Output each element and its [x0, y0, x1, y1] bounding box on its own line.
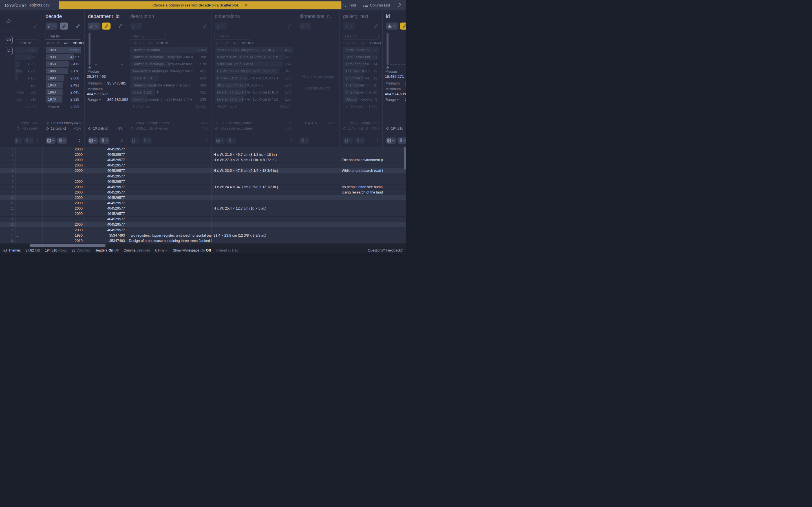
table-row[interactable]: 42000404529577 [0, 163, 406, 168]
column-format-button[interactable] [142, 137, 152, 144]
sort-by-count[interactable]: COUNT [157, 41, 169, 45]
more-values-row[interactable]: 1,739 more1,985 [343, 103, 379, 110]
find-button[interactable]: Find [342, 3, 356, 7]
expand-column-button[interactable] [287, 24, 292, 29]
value-row[interactable]: Scale: 1" = 1'413 [130, 75, 208, 81]
sort-by-count[interactable]: COUNT [370, 41, 382, 45]
value-row[interactable]: Sam Farber fou...21 [343, 54, 379, 60]
column-format-button[interactable] [100, 137, 109, 144]
themes-button[interactable]: Themes [3, 248, 20, 252]
table-row[interactable]: 162000404529577 [0, 228, 406, 233]
scatterplot-link-button[interactable] [60, 22, 68, 30]
scatterplot-link-button[interactable] [102, 22, 110, 30]
value-row[interactable]: 19003,176 [46, 68, 81, 74]
sort-by-count[interactable]: COUNT [20, 41, 32, 45]
value-row[interactable]: Horizontal rectangle. Thirty-seven tiles… [130, 61, 208, 67]
vertical-scrollbar-thumb[interactable] [404, 147, 406, 170]
value-row[interactable]: 30.5 x 23 cm (12 x 9 1/16 in.)170 [215, 82, 292, 89]
table-row[interactable]: 82000404529577H x W: 24.4 × 34.3 cm (9 5… [0, 184, 406, 190]
more-values-row[interactable]: 1,842 more12,621 [130, 103, 208, 110]
value-row[interactable]: The handles in t...10 [343, 82, 379, 89]
value-row[interactable]: This charming la...10 [343, 89, 379, 96]
value-row[interactable]: 19205,092 [46, 47, 81, 53]
table-row[interactable]: 18201035347493Design of a bookcase conta… [0, 238, 406, 244]
table-row[interactable]: 14404529577 [0, 217, 406, 222]
download-button[interactable] [5, 47, 13, 55]
more-values-row[interactable]: 48,264 more62,564 [215, 103, 292, 110]
value-row[interactable]: Drawing in Album1,109 [130, 47, 208, 53]
column-sort-menu-button[interactable] [215, 22, 227, 30]
value-row[interactable]: H x W x D: 27 x 37.5 x 6 cm (10 5/8 x 14… [215, 75, 292, 81]
sort-by-az[interactable]: A-Z [149, 41, 154, 45]
column-format-button[interactable] [226, 137, 236, 144]
table-row[interactable]: 72000404529577 [0, 179, 406, 184]
table-row[interactable]: 32000404529577H x W: 27.9 × 21.6 cm (11 … [0, 158, 406, 163]
grid-sort-toggle[interactable] [290, 138, 292, 144]
value-row[interactable]: 22.8 x 20 x 0.0 cm (9 x 7 7/8 x 0 in. )4… [215, 47, 292, 53]
value-row[interactable]: Scale: 1 1/2" = 1'351 [130, 89, 208, 96]
delimiter-setting[interactable]: Commadelimited [123, 248, 150, 252]
filter-input[interactable] [45, 33, 81, 40]
more-values-row[interactable]: 4 more5,603 [46, 103, 81, 110]
value-row[interactable]: In the 1920s, M...22 [343, 47, 379, 53]
value-row[interactable]: Warp x Weft: 30.5 x 30.5 cm (12 x 12 in.… [215, 54, 292, 60]
sort-by-count[interactable]: COUNT [73, 41, 84, 45]
value-row[interactable]: 5 tiles tall, various wide364 [215, 61, 292, 67]
table-row[interactable]: 152000404529577 [0, 222, 406, 227]
grid-sort-toggle[interactable] [36, 138, 39, 144]
value-row[interactable]: 19402,491 [46, 82, 81, 89]
type-badge-button[interactable]: T [343, 137, 353, 144]
type-badge-button[interactable]: 0 [88, 137, 98, 144]
column-format-button[interactable] [398, 137, 406, 144]
expand-column-button[interactable] [202, 24, 207, 29]
column-sort-menu-button[interactable] [343, 22, 355, 30]
grid-sort-toggle[interactable] [121, 138, 123, 144]
filter-input[interactable] [214, 33, 250, 40]
table-row[interactable]: 132000404529577 [0, 211, 406, 217]
sort-by-az[interactable]: A-Z [64, 41, 69, 45]
value-row[interactable]: 19602,445 [46, 89, 81, 96]
column-sort-menu-button[interactable] [299, 22, 311, 30]
table-row[interactable]: 92000404529577Using research of the land [0, 190, 406, 195]
table-row[interactable]: 6404529577 [0, 174, 406, 179]
expand-column-button[interactable] [33, 24, 38, 29]
table-row[interactable]: 122000404529577H x W: 25.4 × 12.7 cm (10… [0, 206, 406, 211]
banner-close-icon[interactable] [244, 3, 248, 7]
type-badge-button[interactable]: 0 [46, 137, 56, 144]
sort-by-az[interactable]: A-Z [361, 41, 367, 45]
value-row[interactable]: Running design for a frieze or a dado, c… [130, 82, 208, 89]
table-row[interactable]: 12000404529577 [0, 147, 406, 152]
value-row[interactable]: 19503,413 [46, 61, 81, 67]
value-row[interactable]: Throughout her ...14 [343, 61, 379, 67]
account-button[interactable] [397, 3, 402, 8]
table-row[interactable]: 112000404529577 [0, 201, 406, 206]
scatterplot-link-button[interactable] [400, 22, 406, 30]
type-badge-button[interactable]: T [215, 137, 225, 144]
chevron-down-icon[interactable] [396, 98, 399, 102]
column-format-button[interactable] [24, 137, 34, 144]
value-row[interactable]: Overall: H: 146.1 x W: 166.4 cm (57 1/2 … [215, 96, 292, 103]
horizontal-scrollbar-thumb[interactable] [30, 244, 105, 247]
table-row[interactable]: 17.198035347493Two registers. Upper regi… [0, 233, 406, 238]
column-format-button[interactable] [299, 137, 309, 144]
headers-toggle[interactable]: HeadersOnOff [95, 248, 119, 252]
chevron-down-icon[interactable] [98, 98, 101, 102]
hide-column-link[interactable]: Hide this column [296, 86, 340, 90]
filter-input[interactable] [130, 33, 166, 40]
column-format-button[interactable] [57, 137, 67, 144]
value-row[interactable]: Horizontal rectangle. Thirty tiles wide … [130, 54, 208, 60]
column-format-button[interactable] [355, 137, 364, 144]
type-badge-button[interactable]: T [130, 137, 140, 144]
grid-sort-toggle[interactable] [376, 138, 379, 144]
value-row[interactable]: 19304,057 [46, 54, 81, 60]
grid-sort-toggle[interactable] [79, 138, 81, 144]
value-row[interactable]: Overall: H: 165.1 x W: 168.9 cm (5 ft. 5… [215, 89, 292, 96]
column-sort-menu-button[interactable] [386, 22, 398, 30]
sort-by-count[interactable]: COUNT [242, 41, 253, 45]
table-row[interactable]: 102000404529577 [0, 195, 406, 201]
whitespace-toggle[interactable]: Show whitespaceOnOff [173, 248, 211, 252]
type-badge-button[interactable]: 0 [386, 137, 396, 144]
sort-by-az[interactable]: A-Z [233, 41, 239, 45]
column-list-button[interactable]: Column List [363, 3, 390, 7]
table-row[interactable]: 52000404529577H x W: 23.5 × 47.6 cm (9 1… [0, 168, 406, 173]
